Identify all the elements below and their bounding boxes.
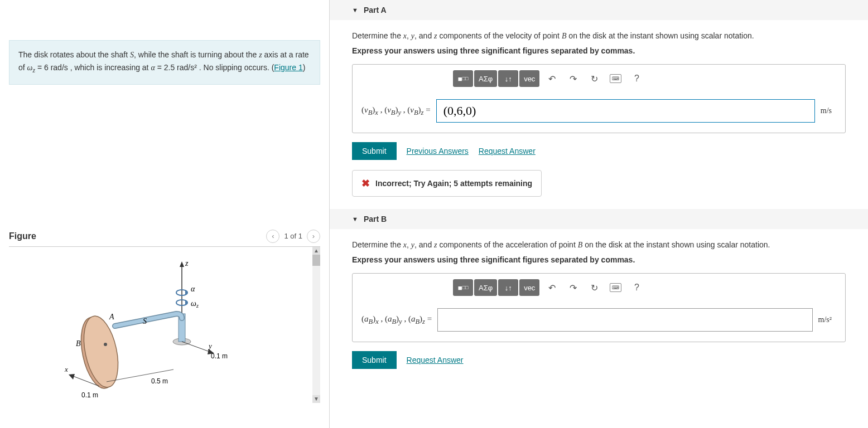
- tool-greek[interactable]: ΑΣφ: [474, 70, 497, 87]
- part-a-instruction: Express your answers using three signifi…: [352, 46, 846, 55]
- redo-icon[interactable]: ↷: [564, 279, 582, 296]
- part-b-answer-input[interactable]: [437, 308, 812, 332]
- text: = 6 rad/s: [35, 63, 70, 72]
- request-answer-link[interactable]: Request Answer: [407, 356, 464, 364]
- shaft-S: S: [143, 317, 147, 325]
- figure-section: Figure ‹ 1 of 1 › z α: [9, 230, 320, 403]
- svg-point-10: [104, 343, 107, 346]
- part-b-instruction: Express your answers using three signifi…: [352, 255, 846, 264]
- svg-line-11: [182, 342, 213, 353]
- text: ): [303, 63, 306, 72]
- part-a-answer-box: ■□□ ΑΣφ ↓↑ vec ↶ ↷ ↻ ⌨ ? (vB)x , (vB)y ,…: [352, 64, 846, 133]
- caret-down-icon: ▼: [352, 7, 358, 13]
- part-a-prompt: Determine the x, y, and z components of …: [352, 30, 846, 42]
- part-b-prompt: Determine the x, y, and z components of …: [352, 239, 846, 251]
- scroll-thumb[interactable]: [312, 255, 320, 266]
- tool-template[interactable]: ■□□: [453, 279, 473, 296]
- text: . No slipping occurs. (: [197, 63, 274, 72]
- part-b-header[interactable]: ▼ Part B: [330, 209, 868, 229]
- axis-z-label: z: [185, 259, 189, 268]
- caret-down-icon: ▼: [352, 216, 358, 222]
- feedback-text: Incorrect; Try Again; 5 attempts remaini…: [375, 179, 532, 188]
- keyboard-icon[interactable]: ⌨: [606, 70, 624, 87]
- redo-icon[interactable]: ↷: [564, 70, 582, 87]
- alpha: α: [151, 64, 155, 72]
- part-a-answer-input[interactable]: [436, 99, 815, 123]
- tool-vector[interactable]: vec: [519, 279, 539, 296]
- undo-icon[interactable]: ↶: [543, 279, 561, 296]
- right-panel: ▼ Part A Determine the x, y, and z compo…: [329, 0, 868, 428]
- figure-counter: 1 of 1: [284, 232, 302, 240]
- undo-icon[interactable]: ↶: [543, 70, 561, 87]
- reset-icon[interactable]: ↻: [585, 70, 603, 87]
- text: , which is increasing at: [70, 63, 151, 72]
- axis-y-label: y: [208, 342, 212, 350]
- previous-answers-link[interactable]: Previous Answers: [407, 147, 469, 155]
- omega: ω: [27, 64, 33, 72]
- part-a-title: Part A: [364, 6, 387, 14]
- problem-statement: The disk rotates about the shaft S, whil…: [9, 40, 320, 85]
- part-a-header[interactable]: ▼ Part A: [330, 0, 868, 20]
- scroll-down-icon[interactable]: ▼: [312, 395, 320, 403]
- text: , while the shaft is turning about the: [134, 50, 259, 59]
- part-b-answer-box: ■□□ ΑΣφ ↓↑ vec ↶ ↷ ↻ ⌨ ? (aB)x , (aB)y ,…: [352, 273, 846, 342]
- help-icon[interactable]: ?: [628, 70, 645, 87]
- part-b-title: Part B: [364, 215, 387, 223]
- request-answer-link[interactable]: Request Answer: [479, 147, 536, 155]
- part-b: ▼ Part B Determine the x, y, and z compo…: [330, 209, 868, 381]
- equation-toolbar: ■□□ ΑΣφ ↓↑ vec ↶ ↷ ↻ ⌨ ?: [353, 65, 845, 93]
- dim-0.1m-disk: 0.1 m: [81, 391, 98, 399]
- keyboard-icon[interactable]: ⌨: [606, 279, 624, 296]
- omega-label: ωz: [191, 299, 199, 309]
- axis-x-label: x: [65, 365, 68, 373]
- part-a-feedback: ✖ Incorrect; Try Again; 5 attempts remai…: [352, 170, 542, 197]
- part-a: ▼ Part A Determine the x, y, and z compo…: [330, 0, 868, 209]
- part-a-unit: m/s: [821, 106, 836, 115]
- dim-0.5m: 0.5 m: [151, 377, 168, 385]
- svg-marker-14: [69, 374, 75, 380]
- point-B: B: [76, 339, 81, 348]
- help-icon[interactable]: ?: [628, 279, 645, 296]
- tool-greek[interactable]: ΑΣφ: [474, 279, 497, 296]
- part-a-var-label: (vB)x , (vB)y , (vB)z =: [361, 105, 431, 117]
- incorrect-icon: ✖: [361, 177, 370, 189]
- var-S: S: [130, 51, 134, 59]
- alpha-label: α: [191, 285, 195, 293]
- tool-subscript[interactable]: ↓↑: [498, 70, 518, 87]
- figure-image: z α ωz A: [9, 247, 320, 405]
- scroll-up-icon[interactable]: ▲: [312, 247, 320, 255]
- text: = 2.5 rad/s²: [155, 63, 197, 72]
- figure-next-button[interactable]: ›: [307, 230, 320, 243]
- point-A: A: [109, 313, 114, 321]
- figure-link[interactable]: Figure 1: [274, 63, 302, 72]
- dim-0.1m-y: 0.1 m: [211, 352, 228, 360]
- tool-subscript[interactable]: ↓↑: [498, 279, 518, 296]
- figure-title: Figure: [9, 231, 36, 241]
- svg-marker-1: [180, 261, 184, 267]
- reset-icon[interactable]: ↻: [585, 279, 603, 296]
- part-b-var-label: (aB)x , (aB)y , (aB)z =: [361, 314, 432, 326]
- equation-toolbar: ■□□ ΑΣφ ↓↑ vec ↶ ↷ ↻ ⌨ ?: [353, 274, 845, 301]
- figure-prev-button[interactable]: ‹: [266, 230, 279, 243]
- part-a-submit-button[interactable]: Submit: [352, 142, 397, 160]
- part-b-submit-button[interactable]: Submit: [352, 351, 397, 369]
- text: The disk rotates about the shaft: [18, 50, 130, 59]
- tool-vector[interactable]: vec: [519, 70, 539, 87]
- part-b-unit: m/s²: [818, 315, 836, 324]
- tool-template[interactable]: ■□□: [453, 70, 473, 87]
- left-panel: The disk rotates about the shaft S, whil…: [0, 0, 329, 428]
- figure-scrollbar[interactable]: ▲ ▼: [312, 247, 320, 403]
